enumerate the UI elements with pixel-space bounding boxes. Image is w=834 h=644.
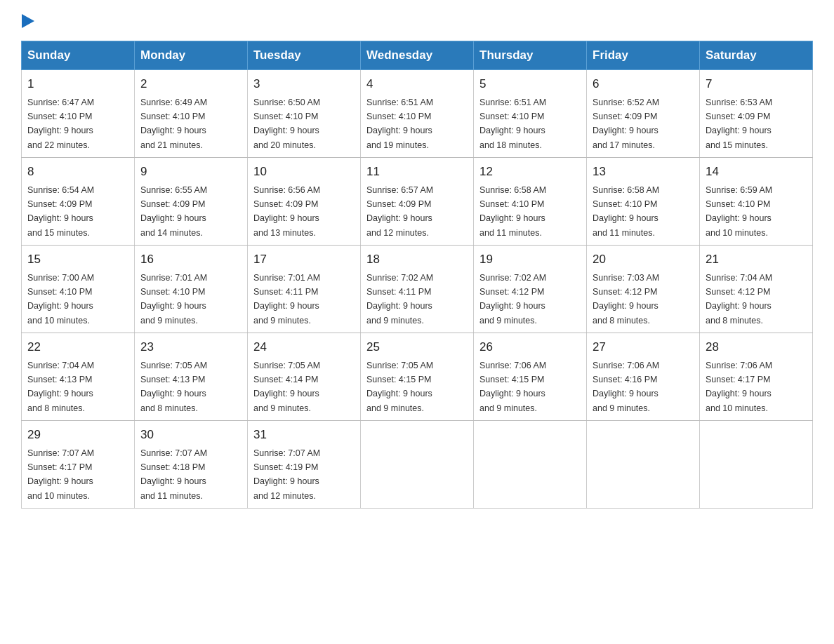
day-info: Sunrise: 7:06 AMSunset: 4:15 PMDaylight:… [479,361,546,413]
calendar-cell: 22 Sunrise: 7:04 AMSunset: 4:13 PMDaylig… [22,333,135,421]
day-info: Sunrise: 6:47 AMSunset: 4:10 PMDaylight:… [27,98,94,150]
weekday-header-friday: Friday [587,41,700,70]
calendar-cell: 7 Sunrise: 6:53 AMSunset: 4:09 PMDayligh… [700,70,813,158]
day-info: Sunrise: 7:07 AMSunset: 4:18 PMDaylight:… [140,448,207,501]
week-row-1: 1 Sunrise: 6:47 AMSunset: 4:10 PMDayligh… [22,70,813,158]
day-number: 28 [706,338,807,356]
day-info: Sunrise: 6:49 AMSunset: 4:10 PMDaylight:… [140,98,207,150]
day-number: 21 [706,250,807,269]
day-info: Sunrise: 6:51 AMSunset: 4:10 PMDaylight:… [479,98,546,150]
day-number: 8 [27,163,128,181]
calendar-cell: 16 Sunrise: 7:01 AMSunset: 4:10 PMDaylig… [135,246,248,333]
calendar-cell: 29 Sunrise: 7:07 AMSunset: 4:17 PMDaylig… [22,421,135,509]
day-info: Sunrise: 7:02 AMSunset: 4:12 PMDaylight:… [479,273,546,326]
calendar-cell [700,421,813,509]
weekday-header-row: SundayMondayTuesdayWednesdayThursdayFrid… [22,41,813,70]
day-number: 2 [140,75,241,93]
day-info: Sunrise: 7:04 AMSunset: 4:12 PMDaylight:… [706,273,772,326]
calendar-cell: 12 Sunrise: 6:58 AMSunset: 4:10 PMDaylig… [474,158,587,246]
day-info: Sunrise: 7:02 AMSunset: 4:11 PMDaylight:… [366,273,433,326]
day-number: 7 [706,75,807,93]
calendar-cell [361,421,474,509]
week-row-3: 15 Sunrise: 7:00 AMSunset: 4:10 PMDaylig… [22,246,813,333]
day-number: 9 [140,163,241,181]
day-info: Sunrise: 6:50 AMSunset: 4:10 PMDaylight:… [253,98,320,150]
week-row-2: 8 Sunrise: 6:54 AMSunset: 4:09 PMDayligh… [22,158,813,246]
day-number: 3 [253,75,355,93]
day-number: 13 [593,163,694,181]
day-info: Sunrise: 7:00 AMSunset: 4:10 PMDaylight:… [27,273,94,326]
day-number: 24 [253,338,355,356]
calendar-cell: 11 Sunrise: 6:57 AMSunset: 4:09 PMDaylig… [361,158,474,246]
day-info: Sunrise: 7:07 AMSunset: 4:19 PMDaylight:… [253,448,320,501]
calendar-cell: 1 Sunrise: 6:47 AMSunset: 4:10 PMDayligh… [22,70,135,158]
day-number: 31 [253,426,355,444]
day-info: Sunrise: 7:01 AMSunset: 4:11 PMDaylight:… [253,273,320,326]
day-info: Sunrise: 7:01 AMSunset: 4:10 PMDaylight:… [140,273,207,326]
day-number: 14 [706,163,807,181]
calendar-cell: 15 Sunrise: 7:00 AMSunset: 4:10 PMDaylig… [22,246,135,333]
day-info: Sunrise: 6:51 AMSunset: 4:10 PMDaylight:… [366,98,433,150]
day-number: 22 [27,338,128,356]
calendar-cell: 25 Sunrise: 7:05 AMSunset: 4:15 PMDaylig… [361,333,474,421]
day-number: 12 [479,163,581,181]
day-info: Sunrise: 7:06 AMSunset: 4:17 PMDaylight:… [706,361,772,413]
day-number: 4 [366,75,468,93]
calendar-cell: 9 Sunrise: 6:55 AMSunset: 4:09 PMDayligh… [135,158,248,246]
day-info: Sunrise: 7:06 AMSunset: 4:16 PMDaylight:… [593,361,659,413]
calendar-cell: 20 Sunrise: 7:03 AMSunset: 4:12 PMDaylig… [587,246,700,333]
day-info: Sunrise: 7:07 AMSunset: 4:17 PMDaylight:… [27,448,94,501]
day-number: 20 [593,250,694,269]
day-number: 19 [479,250,581,269]
calendar-cell [587,421,700,509]
day-number: 11 [366,163,468,181]
day-number: 23 [140,338,241,356]
day-info: Sunrise: 7:05 AMSunset: 4:13 PMDaylight:… [140,361,207,413]
calendar-cell: 5 Sunrise: 6:51 AMSunset: 4:10 PMDayligh… [474,70,587,158]
day-info: Sunrise: 7:04 AMSunset: 4:13 PMDaylight:… [27,361,94,413]
calendar-cell: 31 Sunrise: 7:07 AMSunset: 4:19 PMDaylig… [248,421,361,509]
calendar-cell: 14 Sunrise: 6:59 AMSunset: 4:10 PMDaylig… [700,158,813,246]
weekday-header-saturday: Saturday [700,41,813,70]
calendar-cell: 24 Sunrise: 7:05 AMSunset: 4:14 PMDaylig… [248,333,361,421]
calendar-cell: 6 Sunrise: 6:52 AMSunset: 4:09 PMDayligh… [587,70,700,158]
day-number: 17 [253,250,355,269]
svg-marker-0 [22,14,34,28]
calendar-cell: 17 Sunrise: 7:01 AMSunset: 4:11 PMDaylig… [248,246,361,333]
day-number: 10 [253,163,355,181]
calendar-cell: 4 Sunrise: 6:51 AMSunset: 4:10 PMDayligh… [361,70,474,158]
calendar-cell: 13 Sunrise: 6:58 AMSunset: 4:10 PMDaylig… [587,158,700,246]
calendar-cell: 19 Sunrise: 7:02 AMSunset: 4:12 PMDaylig… [474,246,587,333]
day-info: Sunrise: 6:52 AMSunset: 4:09 PMDaylight:… [593,98,659,150]
day-info: Sunrise: 6:55 AMSunset: 4:09 PMDaylight:… [140,185,207,238]
day-info: Sunrise: 7:05 AMSunset: 4:14 PMDaylight:… [253,361,320,413]
logo [21,14,35,28]
day-number: 1 [27,75,128,93]
calendar-cell: 30 Sunrise: 7:07 AMSunset: 4:18 PMDaylig… [135,421,248,509]
calendar-cell: 10 Sunrise: 6:56 AMSunset: 4:09 PMDaylig… [248,158,361,246]
day-number: 26 [479,338,581,356]
logo-arrow-icon [22,14,34,28]
calendar-cell [474,421,587,509]
calendar-cell: 21 Sunrise: 7:04 AMSunset: 4:12 PMDaylig… [700,246,813,333]
day-number: 15 [27,250,128,269]
day-number: 27 [593,338,694,356]
day-info: Sunrise: 6:59 AMSunset: 4:10 PMDaylight:… [706,185,772,238]
day-info: Sunrise: 6:58 AMSunset: 4:10 PMDaylight:… [479,185,546,238]
week-row-5: 29 Sunrise: 7:07 AMSunset: 4:17 PMDaylig… [22,421,813,509]
day-number: 18 [366,250,468,269]
day-number: 30 [140,426,241,444]
calendar-cell: 3 Sunrise: 6:50 AMSunset: 4:10 PMDayligh… [248,70,361,158]
calendar-cell: 26 Sunrise: 7:06 AMSunset: 4:15 PMDaylig… [474,333,587,421]
day-number: 5 [479,75,581,93]
day-number: 29 [27,426,128,444]
calendar-cell: 2 Sunrise: 6:49 AMSunset: 4:10 PMDayligh… [135,70,248,158]
day-info: Sunrise: 7:05 AMSunset: 4:15 PMDaylight:… [366,361,433,413]
weekday-header-sunday: Sunday [22,41,135,70]
day-info: Sunrise: 6:57 AMSunset: 4:09 PMDaylight:… [366,185,433,238]
day-info: Sunrise: 7:03 AMSunset: 4:12 PMDaylight:… [593,273,659,326]
day-info: Sunrise: 6:54 AMSunset: 4:09 PMDaylight:… [27,185,94,238]
day-info: Sunrise: 6:58 AMSunset: 4:10 PMDaylight:… [593,185,659,238]
weekday-header-wednesday: Wednesday [361,41,474,70]
calendar-cell: 27 Sunrise: 7:06 AMSunset: 4:16 PMDaylig… [587,333,700,421]
